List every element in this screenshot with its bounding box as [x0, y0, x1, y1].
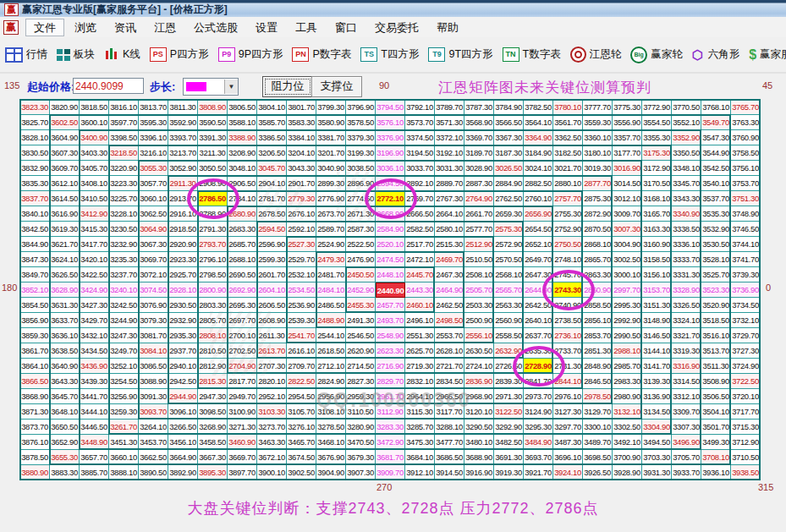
grid-cell[interactable]: 3837.70: [20, 191, 50, 206]
grid-cell[interactable]: 3679.30: [346, 450, 376, 465]
grid-cell[interactable]: 3220.90: [109, 161, 139, 176]
grid-cell[interactable]: 2805.70: [198, 313, 228, 328]
grid-cell[interactable]: 3636.10: [50, 328, 80, 343]
grid-cell[interactable]: 3163.30: [642, 222, 672, 237]
grid-cell[interactable]: 3297.70: [553, 420, 583, 435]
grid-cell[interactable]: 2661.70: [464, 206, 494, 222]
grid-cell[interactable]: 3585.70: [257, 115, 287, 130]
grid-cell[interactable]: 2760.10: [524, 191, 553, 206]
grid-cell[interactable]: 3907.30: [346, 465, 376, 480]
grid-cell[interactable]: 2644.90: [524, 282, 553, 298]
grid-cell[interactable]: 3028.90: [464, 161, 494, 176]
grid-cell[interactable]: 3172.90: [642, 161, 672, 176]
grid-cell[interactable]: 3415.30: [80, 222, 109, 237]
grid-cell[interactable]: 2973.70: [524, 389, 553, 404]
grid-cell[interactable]: 2920.90: [168, 237, 198, 252]
grid-cell[interactable]: 2988.10: [613, 343, 642, 359]
grid-cell[interactable]: 2937.70: [168, 343, 198, 359]
grid-cell[interactable]: 2652.10: [524, 237, 553, 252]
grid-cell[interactable]: 2964.10: [405, 389, 435, 404]
grid-cell[interactable]: 2858.50: [583, 298, 613, 313]
grid-cell[interactable]: 3628.90: [50, 282, 80, 298]
grid-cell[interactable]: 3506.50: [701, 389, 731, 404]
grid-cell[interactable]: 3316.90: [672, 359, 701, 374]
grid-cell[interactable]: 3789.70: [435, 100, 464, 115]
grid-cell[interactable]: 2880.10: [553, 176, 583, 191]
grid-cell[interactable]: 2832.10: [405, 374, 435, 389]
step-dropdown[interactable]: ▼: [183, 78, 239, 96]
grid-cell[interactable]: 3830.50: [20, 145, 50, 161]
grid-cell[interactable]: 3578.50: [346, 115, 376, 130]
grid-cell[interactable]: 2467.30: [435, 267, 464, 282]
toolbar-item-9P四方形[interactable]: P99P四方形: [218, 47, 283, 62]
grid-cell[interactable]: 2884.90: [494, 176, 524, 191]
grid-cell[interactable]: 3408.10: [80, 176, 109, 191]
grid-cell[interactable]: 2803.30: [198, 298, 228, 313]
grid-cell[interactable]: 2548.90: [376, 328, 405, 343]
grid-cell[interactable]: 2776.90: [316, 191, 346, 206]
grid-cell[interactable]: 3717.70: [731, 404, 761, 420]
grid-cell[interactable]: 3088.90: [139, 374, 168, 389]
grid-cell[interactable]: 3657.70: [80, 450, 109, 465]
grid-cell[interactable]: 3765.70: [731, 100, 761, 115]
grid-cell[interactable]: 3208.90: [228, 145, 257, 161]
grid-cell[interactable]: 3537.70: [701, 191, 731, 206]
grid-cell[interactable]: 3187.30: [494, 145, 524, 161]
grid-cell[interactable]: 2870.50: [583, 222, 613, 237]
grid-cell[interactable]: 3256.90: [109, 389, 139, 404]
grid-cell[interactable]: 3388.90: [228, 130, 257, 145]
grid-cell[interactable]: 2618.50: [316, 343, 346, 359]
grid-cell[interactable]: 3532.90: [701, 222, 731, 237]
grid-cell[interactable]: 3806.50: [228, 100, 257, 115]
grid-cell[interactable]: 3880.90: [20, 465, 50, 480]
grid-cell[interactable]: 2904.10: [257, 176, 287, 191]
grid-cell[interactable]: 2726.50: [494, 359, 524, 374]
grid-cell[interactable]: 3093.70: [139, 404, 168, 420]
grid-cell[interactable]: 3100.90: [228, 404, 257, 420]
grid-cell[interactable]: 2697.70: [228, 313, 257, 328]
grid-cell[interactable]: 3312.10: [672, 389, 701, 404]
grid-cell[interactable]: 3326.50: [672, 298, 701, 313]
grid-cell[interactable]: 2793.70: [198, 237, 228, 252]
grid-cell[interactable]: 2635.30: [524, 343, 553, 359]
grid-cell[interactable]: 3540.10: [701, 176, 731, 191]
grid-cell[interactable]: 2896.90: [346, 176, 376, 191]
grid-cell[interactable]: 2445.70: [405, 267, 435, 282]
grid-cell[interactable]: 3460.90: [228, 435, 257, 450]
grid-cell[interactable]: 2582.50: [405, 222, 435, 237]
toolbar-item-赢家轮[interactable]: Big赢家轮: [630, 47, 683, 63]
grid-cell[interactable]: 2654.50: [524, 222, 553, 237]
grid-cell[interactable]: 2954.50: [287, 389, 316, 404]
grid-cell[interactable]: 2913.70: [168, 191, 198, 206]
grid-cell[interactable]: 2457.70: [376, 298, 405, 313]
grid-cell[interactable]: 3520.90: [701, 298, 731, 313]
grid-cell[interactable]: 2848.90: [583, 359, 613, 374]
toolbar-item-赢家服务[interactable]: $赢家服务: [749, 47, 786, 62]
grid-cell[interactable]: 2440.90: [376, 282, 405, 298]
grid-cell[interactable]: 3554.50: [642, 115, 672, 130]
grid-cell[interactable]: 3796.90: [346, 100, 376, 115]
grid-cell[interactable]: 2827.30: [346, 374, 376, 389]
grid-cell[interactable]: 2721.70: [435, 359, 464, 374]
toolbar-item-行情[interactable]: 行情: [5, 47, 47, 63]
grid-cell[interactable]: 3170.50: [642, 176, 672, 191]
grid-cell[interactable]: 3165.70: [642, 206, 672, 222]
grid-cell[interactable]: 2493.70: [376, 313, 405, 328]
grid-cell[interactable]: 3736.90: [731, 282, 761, 298]
grid-cell[interactable]: 3237.70: [109, 267, 139, 282]
grid-cell[interactable]: 3012.10: [613, 191, 642, 206]
grid-cell[interactable]: 2971.30: [494, 389, 524, 404]
grid-cell[interactable]: 2940.10: [168, 359, 198, 374]
grid-cell[interactable]: 3892.90: [168, 465, 198, 480]
grid-cell[interactable]: 2455.30: [346, 298, 376, 313]
grid-cell[interactable]: 2452.90: [346, 282, 376, 298]
grid-cell[interactable]: 2865.70: [583, 252, 613, 267]
dropdown-arrow-icon[interactable]: ▼: [224, 80, 238, 94]
grid-cell[interactable]: 2460.10: [405, 298, 435, 313]
grid-cell[interactable]: 3936.10: [701, 465, 731, 480]
grid-cell[interactable]: 3175.30: [642, 145, 672, 161]
grid-cell[interactable]: 3816.10: [109, 100, 139, 115]
grid-cell[interactable]: 2774.50: [346, 191, 376, 206]
grid-cell[interactable]: 2714.50: [346, 359, 376, 374]
grid-cell[interactable]: 3304.90: [642, 420, 672, 435]
